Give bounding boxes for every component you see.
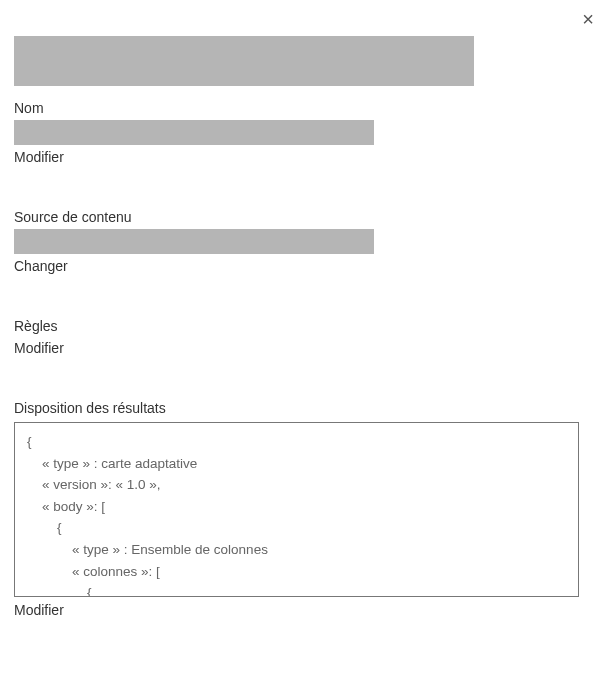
header-placeholder [14, 36, 474, 86]
content-source-change-link[interactable]: Changer [14, 258, 68, 274]
content-source-label: Source de contenu [14, 209, 592, 225]
close-icon[interactable]: × [582, 8, 594, 31]
name-section: Nom Modifier [14, 100, 592, 185]
result-layout-edit-link[interactable]: Modifier [14, 602, 64, 618]
name-label: Nom [14, 100, 592, 116]
result-layout-code[interactable] [14, 422, 579, 597]
rules-edit-link[interactable]: Modifier [14, 340, 64, 356]
name-edit-link[interactable]: Modifier [14, 149, 64, 165]
result-layout-label: Disposition des résultats [14, 400, 592, 416]
content-source-section: Source de contenu Changer [14, 209, 592, 294]
name-input-placeholder[interactable] [14, 120, 374, 145]
rules-section: Règles Modifier [14, 318, 592, 376]
result-layout-section: Disposition des résultats Modifier [14, 400, 592, 638]
content-source-input-placeholder[interactable] [14, 229, 374, 254]
rules-label: Règles [14, 318, 592, 334]
